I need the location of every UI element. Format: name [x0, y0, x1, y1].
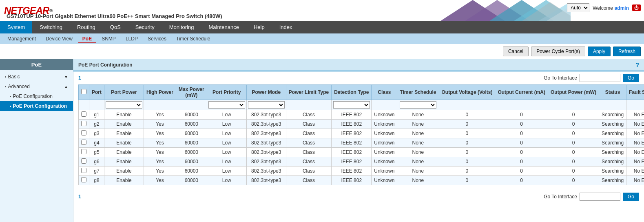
cell-fault-status-1: No Error: [626, 120, 644, 129]
cell-port-2: g3: [89, 129, 104, 138]
cell-timer-schedule-3: None: [397, 138, 439, 148]
go-to-row-top: 1 Go To Interface Go: [73, 71, 644, 84]
filter-timer-schedule-select[interactable]: [400, 101, 436, 109]
go-to-input-bottom[interactable]: [580, 193, 620, 201]
cell-detection-type-1: IEEE 802: [332, 120, 372, 129]
refresh-button[interactable]: Refresh: [613, 47, 641, 56]
cell-class-5: Unknown: [372, 157, 397, 166]
language-select[interactable]: Auto: [567, 3, 589, 12]
top-header: NETGEAR® GS710TUP 10-Port Gigabit Ethern…: [0, 0, 644, 21]
cell-port-priority-7: Low: [207, 176, 246, 185]
row-checkbox-5[interactable]: [81, 158, 86, 164]
cell-output-power-1: 0: [548, 120, 599, 129]
cell-timer-schedule-4: None: [397, 148, 439, 157]
page-number-bottom[interactable]: 1: [78, 194, 81, 200]
cell-port-power-4: Enable: [104, 148, 144, 157]
sidebar-item-advanced[interactable]: •Advanced ▲: [0, 82, 73, 91]
row-checkbox-1[interactable]: [81, 121, 86, 126]
filter-power-mode-select[interactable]: [248, 101, 285, 109]
row-checkbox-6[interactable]: [81, 168, 86, 173]
subnav-management[interactable]: Management: [3, 34, 40, 43]
cell-power-limit-type-7: Class: [286, 176, 331, 185]
cell-max-power-6: 60000: [176, 166, 207, 176]
cell-port-priority-3: Low: [207, 138, 246, 148]
nav-help[interactable]: Help: [246, 21, 272, 33]
filter-status: [599, 100, 626, 110]
welcome-text: Welcome admin: [593, 5, 629, 11]
cell-status-0: Searching: [599, 110, 626, 120]
bullet-basic: •: [5, 75, 7, 79]
row-checkbox-3[interactable]: [81, 140, 86, 145]
nav-index[interactable]: Index: [272, 21, 300, 33]
cell-power-limit-type-4: Class: [286, 148, 331, 157]
cell-fault-status-4: No Error: [626, 148, 644, 157]
subnav-services[interactable]: Services: [144, 34, 170, 43]
subnav-timer-schedule[interactable]: Timer Schedule: [172, 34, 215, 43]
cell-port-0: g1: [89, 110, 104, 120]
subnav-lldp[interactable]: LLDP: [122, 34, 142, 43]
main-layout: PoE •Basic ▼ •Advanced ▲ •PoE Configurat…: [0, 59, 644, 222]
nav-switching[interactable]: Switching: [32, 21, 70, 33]
nav-maintenance[interactable]: Maintenance: [201, 21, 246, 33]
cell-status-5: Searching: [599, 157, 626, 166]
cell-class-0: Unknown: [372, 110, 397, 120]
select-all-checkbox[interactable]: [81, 89, 86, 94]
cell-max-power-2: 60000: [176, 129, 207, 138]
filter-detection-type-select[interactable]: [333, 101, 370, 109]
nav-qos[interactable]: QoS: [103, 21, 128, 33]
table-row: g2 Enable Yes 60000 Low 802.3bt-type3 Cl…: [79, 120, 644, 129]
subnav-snmp[interactable]: SNMP: [97, 34, 120, 43]
subnav-poe[interactable]: PoE: [78, 34, 96, 43]
sidebar-label-advanced: Advanced: [8, 84, 30, 89]
cell-output-current-3: 0: [495, 138, 548, 148]
cell-power-mode-1: 802.3bt-type3: [246, 120, 286, 129]
cell-detection-type-3: IEEE 802: [332, 138, 372, 148]
apply-button[interactable]: Apply: [588, 47, 611, 56]
cell-power-limit-type-2: Class: [286, 129, 331, 138]
row-checkbox-cell: [79, 166, 89, 176]
go-button-top[interactable]: Go: [623, 74, 639, 82]
nav-system[interactable]: System: [0, 21, 32, 33]
table-row: g4 Enable Yes 60000 Low 802.3bt-type3 Cl…: [79, 138, 644, 148]
go-button-bottom[interactable]: Go: [623, 193, 639, 201]
subnav-device-view[interactable]: Device View: [42, 34, 77, 43]
go-to-input-top[interactable]: [580, 74, 620, 82]
cell-max-power-7: 60000: [176, 176, 207, 185]
row-checkbox-cell: [79, 138, 89, 148]
content-area: PoE Port Configuration ? 1 Go To Interfa…: [73, 59, 644, 222]
cell-max-power-4: 60000: [176, 148, 207, 157]
cell-class-7: Unknown: [372, 176, 397, 185]
cell-output-current-4: 0: [495, 148, 548, 157]
cell-output-voltage-1: 0: [439, 120, 495, 129]
cell-timer-schedule-1: None: [397, 120, 439, 129]
sidebar-item-basic[interactable]: •Basic ▼: [0, 72, 73, 82]
row-checkbox-4[interactable]: [81, 149, 86, 154]
nav-security[interactable]: Security: [128, 21, 162, 33]
cell-timer-schedule-7: None: [397, 176, 439, 185]
row-checkbox-0[interactable]: [81, 111, 86, 117]
filter-port-priority-select[interactable]: [208, 101, 245, 109]
action-row: Cancel Power Cycle Port(s) Apply Refresh: [0, 44, 644, 59]
arrow-advanced: ▲: [64, 84, 68, 89]
go-to-right-bottom: Go To Interface Go: [544, 193, 639, 201]
cell-port-power-7: Enable: [104, 176, 144, 185]
nav-routing[interactable]: Routing: [70, 21, 103, 33]
row-checkbox-2[interactable]: [81, 130, 86, 135]
go-to-row-bottom: 1 Go To Interface Go: [73, 190, 644, 203]
page-number-top[interactable]: 1: [78, 75, 81, 81]
sidebar-item-poe-config[interactable]: •PoE Configuration: [0, 91, 73, 101]
row-checkbox-7[interactable]: [81, 177, 86, 182]
logout-button[interactable]: ⏻: [632, 4, 641, 11]
cancel-button[interactable]: Cancel: [503, 47, 529, 56]
filter-output-voltage: [439, 100, 495, 110]
power-cycle-button[interactable]: Power Cycle Port(s): [531, 47, 585, 56]
cell-port-priority-4: Low: [207, 148, 246, 157]
th-output-current: Output Current (mA): [495, 85, 548, 100]
help-icon[interactable]: ?: [635, 62, 639, 68]
nav-monitoring[interactable]: Monitoring: [162, 21, 201, 33]
cell-output-current-1: 0: [495, 120, 548, 129]
cell-status-7: Searching: [599, 176, 626, 185]
sidebar-item-poe-port-config[interactable]: •PoE Port Configuration: [0, 101, 73, 111]
cell-port-priority-1: Low: [207, 120, 246, 129]
filter-port-power-select[interactable]: [106, 101, 142, 109]
